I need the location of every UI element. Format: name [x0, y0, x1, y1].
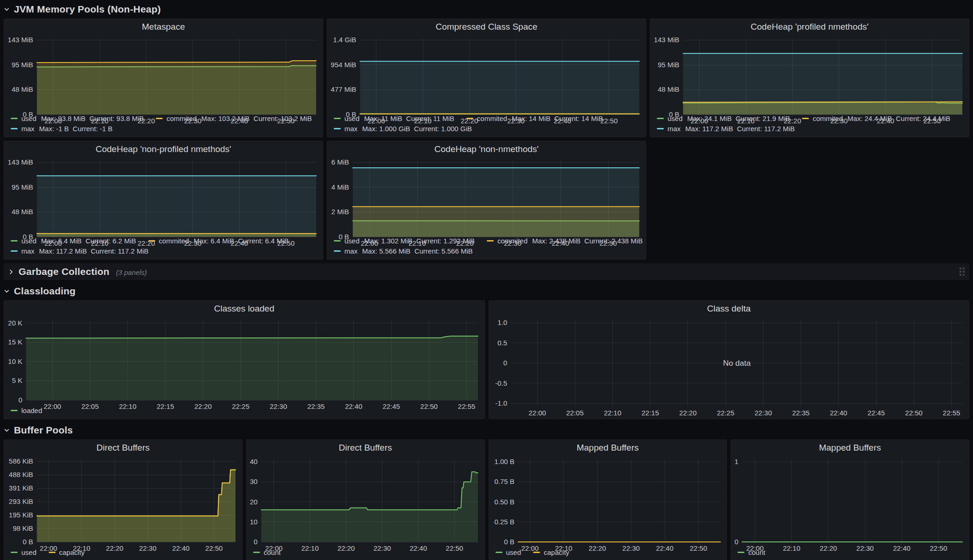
chart-canvas: 01020304022:0022:1022:2022:3022:4022:50 [247, 456, 484, 554]
chart-mapped-buffers-9[interactable]: 0 B0.25 B0.50 B0.75 B1.00 B22:0022:1022:… [489, 456, 727, 547]
svg-text:22:30: 22:30 [504, 239, 521, 247]
svg-text:0.25 B: 0.25 B [494, 518, 514, 526]
svg-text:143 MiB: 143 MiB [654, 36, 680, 44]
series-color-marker [11, 128, 18, 129]
svg-text:22:30: 22:30 [374, 544, 391, 552]
panel-title: CodeHeap 'profiled nmethods' [750, 22, 868, 32]
svg-text:22:00: 22:00 [361, 239, 378, 247]
chart-metaspace-0[interactable]: 0 B48 MiB95 MiB143 MiB22:0022:1022:2022:… [4, 35, 323, 114]
panel-title: Direct Buffers [96, 443, 150, 453]
svg-text:195 KiB: 195 KiB [9, 511, 33, 519]
svg-text:22:50: 22:50 [445, 544, 463, 552]
chart-codeheap-non-nmethods-4[interactable]: 0 B2 MiB4 MiB6 MiB22:0022:1022:2022:3022… [327, 157, 646, 236]
panel-header[interactable]: Mapped Buffers [731, 440, 969, 456]
chart-direct-buffers-8[interactable]: 01020304022:0022:1022:2022:3022:4022:50 [247, 456, 484, 547]
svg-text:22:30: 22:30 [830, 117, 848, 125]
chart-compressed-class-space-1[interactable]: 0 B477 MiB954 MiB1.4 GiB22:0022:1022:202… [327, 35, 646, 114]
series-color-marker [657, 128, 664, 129]
svg-text:1.4 GiB: 1.4 GiB [333, 36, 356, 44]
panel-row: Classes loaded05 K10 K15 K20 K22:0022:05… [4, 300, 969, 419]
panel-header[interactable]: Mapped Buffers [489, 440, 727, 456]
svg-text:40: 40 [250, 458, 258, 465]
panel-header[interactable]: Direct Buffers [247, 440, 484, 456]
svg-text:954 MiB: 954 MiB [331, 61, 356, 69]
chart-classes-loaded-5[interactable]: 05 K10 K15 K20 K22:0022:0522:1022:1522:2… [4, 317, 484, 406]
panel-header[interactable]: CodeHeap 'profiled nmethods' [650, 19, 969, 35]
section-header-classloading[interactable]: Classloading [4, 284, 969, 299]
svg-text:22:40: 22:40 [231, 117, 248, 125]
svg-text:2 MiB: 2 MiB [331, 208, 349, 216]
svg-text:48 MiB: 48 MiB [12, 208, 33, 216]
panel-title: Classes loaded [214, 304, 274, 314]
svg-text:22:50: 22:50 [923, 117, 941, 125]
chart-canvas: 0 B98 KiB195 KiB293 KiB391 KiB488 KiB586… [4, 456, 242, 554]
panel-header[interactable]: Metaspace [4, 19, 323, 35]
panel-header[interactable]: Classes loaded [4, 301, 484, 317]
svg-text:95 MiB: 95 MiB [658, 61, 680, 69]
chart-canvas: 0 B48 MiB95 MiB143 MiB22:0022:1022:2022:… [4, 157, 323, 249]
svg-text:22:50: 22:50 [930, 544, 948, 552]
panel-compressed-class-space-1: Compressed Class Space0 B477 MiB954 MiB1… [327, 19, 646, 137]
chevron-down-icon [4, 427, 14, 433]
svg-text:22:00: 22:00 [746, 544, 764, 552]
section-title: Garbage Collection [19, 266, 109, 277]
svg-text:6 MiB: 6 MiB [331, 158, 349, 166]
panel-title: CodeHeap 'non-nmethods' [434, 144, 539, 154]
svg-text:0: 0 [254, 538, 257, 546]
svg-text:22:20: 22:20 [784, 117, 801, 125]
panel-header[interactable]: Direct Buffers [4, 440, 242, 456]
svg-text:1: 1 [735, 458, 738, 465]
svg-text:48 MiB: 48 MiB [658, 85, 680, 93]
svg-text:22:15: 22:15 [641, 409, 659, 417]
panel-title: Compressed Class Space [436, 22, 538, 32]
chart-mapped-buffers-10[interactable]: 0122:0022:1022:2022:3022:4022:50 [731, 456, 969, 547]
svg-text:22:10: 22:10 [555, 544, 572, 552]
chart-class-delta-6[interactable]: -1.0-0.500.51.022:0022:0522:1022:1522:20… [489, 317, 969, 419]
svg-text:22:20: 22:20 [679, 409, 697, 417]
panel-header[interactable]: CodeHeap 'non-profiled nmethods' [4, 141, 323, 157]
chart-direct-buffers-7[interactable]: 0 B98 KiB195 KiB293 KiB391 KiB488 KiB586… [4, 456, 242, 547]
svg-text:22:20: 22:20 [456, 239, 474, 247]
svg-text:22:55: 22:55 [942, 409, 960, 417]
svg-text:22:20: 22:20 [194, 402, 212, 410]
series-color-marker [334, 250, 341, 252]
svg-text:22:40: 22:40 [172, 544, 190, 552]
svg-text:22:00: 22:00 [45, 117, 62, 125]
panel-row: CodeHeap 'non-profiled nmethods'0 B48 Mi… [4, 141, 969, 260]
svg-text:22:20: 22:20 [337, 544, 355, 552]
svg-text:30: 30 [250, 477, 258, 485]
svg-text:22:25: 22:25 [717, 409, 734, 417]
svg-text:4 MiB: 4 MiB [331, 183, 349, 191]
drag-handle-icon[interactable] [960, 267, 965, 276]
panel-row: Metaspace0 B48 MiB95 MiB143 MiB22:0022:1… [4, 19, 969, 137]
chart-codeheap-non-profiled-nmethods-3[interactable]: 0 B48 MiB95 MiB143 MiB22:0022:1022:2022:… [4, 157, 323, 236]
svg-text:22:00: 22:00 [44, 402, 61, 410]
panel-header[interactable]: Class delta [489, 301, 969, 317]
panel-title: Mapped Buffers [819, 443, 881, 453]
svg-text:22:10: 22:10 [414, 117, 432, 125]
svg-text:0.50 B: 0.50 B [494, 498, 514, 506]
svg-text:48 MiB: 48 MiB [12, 85, 33, 93]
svg-text:22:50: 22:50 [277, 239, 295, 247]
chart-codeheap-profiled-nmethods-2[interactable]: 0 B48 MiB95 MiB143 MiB22:0022:1022:2022:… [650, 35, 969, 114]
section-header-buffer-pools[interactable]: Buffer Pools [4, 423, 969, 438]
section-header-jvm-memory-pools-non-heap[interactable]: JVM Memory Pools (Non-Heap) [4, 2, 969, 17]
svg-text:22:30: 22:30 [622, 544, 640, 552]
panel-title: CodeHeap 'non-profiled nmethods' [95, 144, 231, 154]
svg-text:22:10: 22:10 [91, 117, 108, 125]
svg-text:22:10: 22:10 [783, 544, 801, 552]
svg-text:No data: No data [723, 359, 750, 368]
svg-text:22:15: 22:15 [157, 402, 174, 410]
svg-text:22:50: 22:50 [599, 239, 617, 247]
panel-header[interactable]: Compressed Class Space [327, 19, 646, 35]
svg-text:95 MiB: 95 MiB [12, 183, 33, 191]
panel-header[interactable]: CodeHeap 'non-nmethods' [327, 141, 646, 157]
panel-codeheap-non-profiled-nmethods-3: CodeHeap 'non-profiled nmethods'0 B48 Mi… [4, 141, 323, 260]
svg-text:22:40: 22:40 [830, 409, 847, 417]
svg-text:22:35: 22:35 [307, 402, 325, 410]
svg-text:22:00: 22:00 [265, 544, 283, 552]
svg-text:0 B: 0 B [504, 538, 515, 546]
section-header-garbage-collection[interactable]: Garbage Collection(3 panels) [4, 263, 969, 280]
svg-text:22:50: 22:50 [420, 402, 438, 410]
section-title: Classloading [14, 286, 76, 297]
